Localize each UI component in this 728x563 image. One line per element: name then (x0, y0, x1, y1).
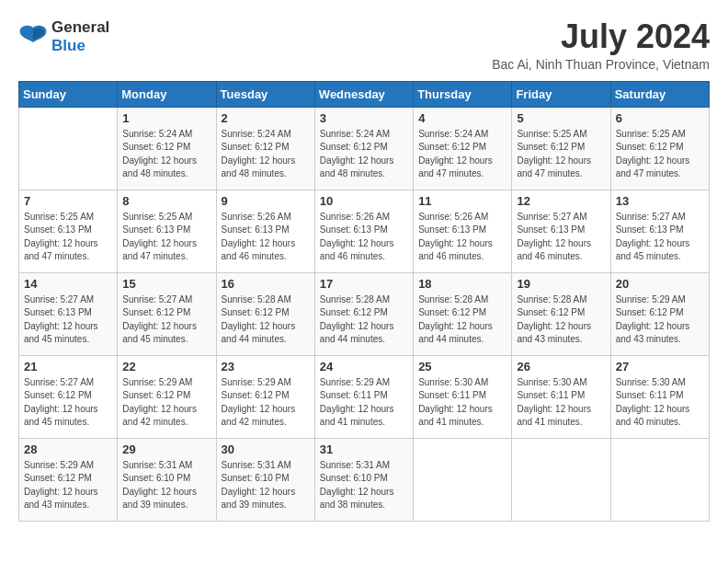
calendar-week-1: 1Sunrise: 5:24 AM Sunset: 6:12 PM Daylig… (19, 107, 710, 190)
day-info: Sunrise: 5:27 AM Sunset: 6:12 PM Dayligh… (122, 293, 210, 347)
calendar-cell: 18Sunrise: 5:28 AM Sunset: 6:12 PM Dayli… (414, 272, 512, 355)
day-number: 12 (517, 194, 605, 208)
logo-icon (18, 24, 48, 50)
day-number: 23 (222, 360, 310, 373)
calendar-cell (610, 438, 709, 521)
day-number: 8 (122, 194, 210, 208)
day-info: Sunrise: 5:29 AM Sunset: 6:11 PM Dayligh… (320, 376, 408, 430)
logo-text: General Blue (51, 18, 109, 55)
calendar-cell (414, 438, 512, 521)
calendar-cell: 14Sunrise: 5:27 AM Sunset: 6:13 PM Dayli… (19, 272, 118, 355)
calendar-cell: 27Sunrise: 5:30 AM Sunset: 6:11 PM Dayli… (610, 355, 709, 438)
day-info: Sunrise: 5:26 AM Sunset: 6:13 PM Dayligh… (320, 211, 408, 264)
calendar-cell: 16Sunrise: 5:28 AM Sunset: 6:12 PM Dayli… (216, 272, 314, 355)
day-number: 11 (418, 194, 506, 208)
calendar-cell: 21Sunrise: 5:27 AM Sunset: 6:12 PM Dayli… (19, 355, 118, 438)
day-info: Sunrise: 5:30 AM Sunset: 6:11 PM Dayligh… (616, 376, 704, 430)
column-header-tuesday: Tuesday (216, 81, 314, 107)
day-info: Sunrise: 5:24 AM Sunset: 6:12 PM Dayligh… (418, 128, 506, 181)
day-number: 10 (320, 194, 408, 208)
day-number: 1 (122, 111, 210, 125)
day-number: 29 (122, 442, 210, 456)
location: Bac Ai, Ninh Thuan Province, Vietnam (492, 57, 710, 72)
calendar-cell: 31Sunrise: 5:31 AM Sunset: 6:10 PM Dayli… (314, 438, 413, 521)
calendar-cell (19, 107, 118, 190)
day-number: 19 (517, 277, 605, 291)
day-info: Sunrise: 5:24 AM Sunset: 6:12 PM Dayligh… (222, 128, 310, 181)
calendar-cell: 6Sunrise: 5:25 AM Sunset: 6:12 PM Daylig… (610, 107, 709, 190)
day-info: Sunrise: 5:28 AM Sunset: 6:12 PM Dayligh… (222, 293, 310, 347)
calendar-cell: 23Sunrise: 5:29 AM Sunset: 6:12 PM Dayli… (216, 355, 314, 438)
day-info: Sunrise: 5:27 AM Sunset: 6:13 PM Dayligh… (517, 211, 605, 264)
day-number: 21 (24, 360, 112, 373)
calendar-cell: 1Sunrise: 5:24 AM Sunset: 6:12 PM Daylig… (118, 107, 216, 190)
calendar-cell: 15Sunrise: 5:27 AM Sunset: 6:12 PM Dayli… (118, 272, 216, 355)
day-info: Sunrise: 5:31 AM Sunset: 6:10 PM Dayligh… (122, 459, 210, 512)
day-info: Sunrise: 5:31 AM Sunset: 6:10 PM Dayligh… (222, 459, 310, 512)
calendar-cell: 4Sunrise: 5:24 AM Sunset: 6:12 PM Daylig… (414, 107, 512, 190)
day-info: Sunrise: 5:24 AM Sunset: 6:12 PM Dayligh… (320, 128, 408, 181)
day-number: 2 (222, 111, 310, 125)
day-number: 25 (418, 360, 506, 373)
calendar-week-5: 28Sunrise: 5:29 AM Sunset: 6:12 PM Dayli… (19, 438, 710, 521)
day-info: Sunrise: 5:29 AM Sunset: 6:12 PM Dayligh… (122, 376, 210, 430)
calendar-cell: 9Sunrise: 5:26 AM Sunset: 6:13 PM Daylig… (216, 190, 314, 272)
day-number: 4 (418, 111, 506, 125)
day-number: 9 (222, 194, 310, 208)
calendar-week-3: 14Sunrise: 5:27 AM Sunset: 6:13 PM Dayli… (19, 272, 710, 355)
day-number: 28 (24, 442, 112, 456)
calendar-week-4: 21Sunrise: 5:27 AM Sunset: 6:12 PM Dayli… (19, 355, 710, 438)
day-info: Sunrise: 5:26 AM Sunset: 6:13 PM Dayligh… (418, 211, 506, 264)
day-number: 18 (418, 277, 506, 291)
calendar-header-row: SundayMondayTuesdayWednesdayThursdayFrid… (19, 81, 710, 107)
column-header-monday: Monday (118, 81, 216, 107)
calendar-cell: 10Sunrise: 5:26 AM Sunset: 6:13 PM Dayli… (314, 190, 413, 272)
day-info: Sunrise: 5:28 AM Sunset: 6:12 PM Dayligh… (517, 293, 605, 347)
calendar-cell: 17Sunrise: 5:28 AM Sunset: 6:12 PM Dayli… (314, 272, 413, 355)
day-info: Sunrise: 5:27 AM Sunset: 6:12 PM Dayligh… (24, 376, 112, 430)
calendar-cell: 19Sunrise: 5:28 AM Sunset: 6:12 PM Dayli… (512, 272, 610, 355)
day-number: 14 (24, 277, 112, 291)
day-number: 3 (320, 111, 408, 125)
calendar-cell: 8Sunrise: 5:25 AM Sunset: 6:13 PM Daylig… (118, 190, 216, 272)
calendar-cell: 11Sunrise: 5:26 AM Sunset: 6:13 PM Dayli… (414, 190, 512, 272)
day-info: Sunrise: 5:27 AM Sunset: 6:13 PM Dayligh… (616, 211, 704, 264)
calendar-cell: 25Sunrise: 5:30 AM Sunset: 6:11 PM Dayli… (414, 355, 512, 438)
day-number: 27 (616, 360, 704, 373)
day-number: 24 (320, 360, 408, 373)
day-info: Sunrise: 5:24 AM Sunset: 6:12 PM Dayligh… (122, 128, 210, 181)
day-info: Sunrise: 5:25 AM Sunset: 6:12 PM Dayligh… (616, 128, 704, 181)
month-year: July 2024 (492, 18, 710, 55)
day-number: 22 (122, 360, 210, 373)
logo: General Blue (18, 18, 109, 55)
day-number: 15 (122, 277, 210, 291)
day-number: 31 (320, 442, 408, 456)
day-info: Sunrise: 5:31 AM Sunset: 6:10 PM Dayligh… (320, 459, 408, 512)
calendar-cell: 5Sunrise: 5:25 AM Sunset: 6:12 PM Daylig… (512, 107, 610, 190)
page-header: General Blue July 2024 Bac Ai, Ninh Thua… (18, 18, 710, 72)
day-info: Sunrise: 5:29 AM Sunset: 6:12 PM Dayligh… (222, 376, 310, 430)
column-header-friday: Friday (512, 81, 610, 107)
calendar-cell: 2Sunrise: 5:24 AM Sunset: 6:12 PM Daylig… (216, 107, 314, 190)
day-info: Sunrise: 5:25 AM Sunset: 6:13 PM Dayligh… (122, 211, 210, 264)
day-info: Sunrise: 5:29 AM Sunset: 6:12 PM Dayligh… (24, 459, 112, 512)
day-number: 13 (616, 194, 704, 208)
day-info: Sunrise: 5:30 AM Sunset: 6:11 PM Dayligh… (418, 376, 506, 430)
day-number: 17 (320, 277, 408, 291)
column-header-wednesday: Wednesday (314, 81, 413, 107)
column-header-thursday: Thursday (414, 81, 512, 107)
day-number: 26 (517, 360, 605, 373)
column-header-sunday: Sunday (19, 81, 118, 107)
day-number: 6 (616, 111, 704, 125)
calendar-cell: 22Sunrise: 5:29 AM Sunset: 6:12 PM Dayli… (118, 355, 216, 438)
day-info: Sunrise: 5:26 AM Sunset: 6:13 PM Dayligh… (222, 211, 310, 264)
day-info: Sunrise: 5:27 AM Sunset: 6:13 PM Dayligh… (24, 293, 112, 347)
calendar-table: SundayMondayTuesdayWednesdayThursdayFrid… (18, 81, 710, 522)
column-header-saturday: Saturday (610, 81, 709, 107)
calendar-cell: 26Sunrise: 5:30 AM Sunset: 6:11 PM Dayli… (512, 355, 610, 438)
calendar-cell: 12Sunrise: 5:27 AM Sunset: 6:13 PM Dayli… (512, 190, 610, 272)
day-info: Sunrise: 5:25 AM Sunset: 6:13 PM Dayligh… (24, 211, 112, 264)
calendar-cell: 13Sunrise: 5:27 AM Sunset: 6:13 PM Dayli… (610, 190, 709, 272)
day-info: Sunrise: 5:28 AM Sunset: 6:12 PM Dayligh… (418, 293, 506, 347)
day-number: 5 (517, 111, 605, 125)
